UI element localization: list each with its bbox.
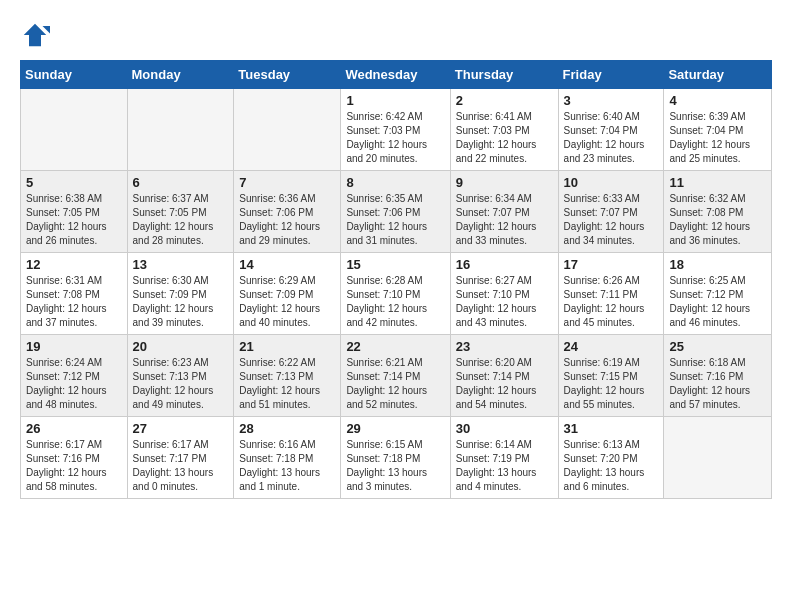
calendar-cell: 6Sunrise: 6:37 AM Sunset: 7:05 PM Daylig… xyxy=(127,171,234,253)
calendar-cell: 5Sunrise: 6:38 AM Sunset: 7:05 PM Daylig… xyxy=(21,171,128,253)
calendar-cell xyxy=(21,89,128,171)
day-number: 9 xyxy=(456,175,553,190)
day-number: 22 xyxy=(346,339,444,354)
day-header-thursday: Thursday xyxy=(450,61,558,89)
day-header-tuesday: Tuesday xyxy=(234,61,341,89)
calendar-week-1: 1Sunrise: 6:42 AM Sunset: 7:03 PM Daylig… xyxy=(21,89,772,171)
calendar-cell: 23Sunrise: 6:20 AM Sunset: 7:14 PM Dayli… xyxy=(450,335,558,417)
day-info: Sunrise: 6:29 AM Sunset: 7:09 PM Dayligh… xyxy=(239,274,335,330)
calendar-cell: 14Sunrise: 6:29 AM Sunset: 7:09 PM Dayli… xyxy=(234,253,341,335)
calendar-cell: 7Sunrise: 6:36 AM Sunset: 7:06 PM Daylig… xyxy=(234,171,341,253)
calendar-cell: 20Sunrise: 6:23 AM Sunset: 7:13 PM Dayli… xyxy=(127,335,234,417)
day-number: 31 xyxy=(564,421,659,436)
calendar-cell: 27Sunrise: 6:17 AM Sunset: 7:17 PM Dayli… xyxy=(127,417,234,499)
day-info: Sunrise: 6:17 AM Sunset: 7:17 PM Dayligh… xyxy=(133,438,229,494)
calendar: SundayMondayTuesdayWednesdayThursdayFrid… xyxy=(20,60,772,499)
calendar-cell: 30Sunrise: 6:14 AM Sunset: 7:19 PM Dayli… xyxy=(450,417,558,499)
calendar-cell: 17Sunrise: 6:26 AM Sunset: 7:11 PM Dayli… xyxy=(558,253,664,335)
day-header-sunday: Sunday xyxy=(21,61,128,89)
calendar-cell: 4Sunrise: 6:39 AM Sunset: 7:04 PM Daylig… xyxy=(664,89,772,171)
calendar-week-2: 5Sunrise: 6:38 AM Sunset: 7:05 PM Daylig… xyxy=(21,171,772,253)
calendar-week-4: 19Sunrise: 6:24 AM Sunset: 7:12 PM Dayli… xyxy=(21,335,772,417)
day-header-wednesday: Wednesday xyxy=(341,61,450,89)
day-info: Sunrise: 6:14 AM Sunset: 7:19 PM Dayligh… xyxy=(456,438,553,494)
day-number: 29 xyxy=(346,421,444,436)
day-info: Sunrise: 6:22 AM Sunset: 7:13 PM Dayligh… xyxy=(239,356,335,412)
calendar-header-row: SundayMondayTuesdayWednesdayThursdayFrid… xyxy=(21,61,772,89)
day-number: 5 xyxy=(26,175,122,190)
day-info: Sunrise: 6:20 AM Sunset: 7:14 PM Dayligh… xyxy=(456,356,553,412)
day-info: Sunrise: 6:32 AM Sunset: 7:08 PM Dayligh… xyxy=(669,192,766,248)
day-number: 17 xyxy=(564,257,659,272)
day-number: 7 xyxy=(239,175,335,190)
day-header-friday: Friday xyxy=(558,61,664,89)
day-info: Sunrise: 6:16 AM Sunset: 7:18 PM Dayligh… xyxy=(239,438,335,494)
calendar-cell: 19Sunrise: 6:24 AM Sunset: 7:12 PM Dayli… xyxy=(21,335,128,417)
calendar-cell: 18Sunrise: 6:25 AM Sunset: 7:12 PM Dayli… xyxy=(664,253,772,335)
day-info: Sunrise: 6:26 AM Sunset: 7:11 PM Dayligh… xyxy=(564,274,659,330)
calendar-cell: 21Sunrise: 6:22 AM Sunset: 7:13 PM Dayli… xyxy=(234,335,341,417)
day-info: Sunrise: 6:28 AM Sunset: 7:10 PM Dayligh… xyxy=(346,274,444,330)
calendar-cell: 9Sunrise: 6:34 AM Sunset: 7:07 PM Daylig… xyxy=(450,171,558,253)
day-number: 28 xyxy=(239,421,335,436)
day-info: Sunrise: 6:33 AM Sunset: 7:07 PM Dayligh… xyxy=(564,192,659,248)
day-number: 19 xyxy=(26,339,122,354)
calendar-cell: 26Sunrise: 6:17 AM Sunset: 7:16 PM Dayli… xyxy=(21,417,128,499)
day-info: Sunrise: 6:15 AM Sunset: 7:18 PM Dayligh… xyxy=(346,438,444,494)
calendar-week-3: 12Sunrise: 6:31 AM Sunset: 7:08 PM Dayli… xyxy=(21,253,772,335)
day-number: 10 xyxy=(564,175,659,190)
day-number: 21 xyxy=(239,339,335,354)
day-number: 3 xyxy=(564,93,659,108)
day-info: Sunrise: 6:41 AM Sunset: 7:03 PM Dayligh… xyxy=(456,110,553,166)
day-number: 6 xyxy=(133,175,229,190)
day-number: 2 xyxy=(456,93,553,108)
calendar-cell xyxy=(127,89,234,171)
day-info: Sunrise: 6:37 AM Sunset: 7:05 PM Dayligh… xyxy=(133,192,229,248)
calendar-cell: 10Sunrise: 6:33 AM Sunset: 7:07 PM Dayli… xyxy=(558,171,664,253)
day-number: 12 xyxy=(26,257,122,272)
calendar-cell: 11Sunrise: 6:32 AM Sunset: 7:08 PM Dayli… xyxy=(664,171,772,253)
calendar-cell: 22Sunrise: 6:21 AM Sunset: 7:14 PM Dayli… xyxy=(341,335,450,417)
calendar-cell: 8Sunrise: 6:35 AM Sunset: 7:06 PM Daylig… xyxy=(341,171,450,253)
day-info: Sunrise: 6:36 AM Sunset: 7:06 PM Dayligh… xyxy=(239,192,335,248)
day-info: Sunrise: 6:27 AM Sunset: 7:10 PM Dayligh… xyxy=(456,274,553,330)
day-number: 1 xyxy=(346,93,444,108)
day-number: 13 xyxy=(133,257,229,272)
calendar-cell: 13Sunrise: 6:30 AM Sunset: 7:09 PM Dayli… xyxy=(127,253,234,335)
day-info: Sunrise: 6:35 AM Sunset: 7:06 PM Dayligh… xyxy=(346,192,444,248)
day-info: Sunrise: 6:39 AM Sunset: 7:04 PM Dayligh… xyxy=(669,110,766,166)
day-number: 23 xyxy=(456,339,553,354)
day-number: 11 xyxy=(669,175,766,190)
calendar-cell xyxy=(664,417,772,499)
calendar-cell: 24Sunrise: 6:19 AM Sunset: 7:15 PM Dayli… xyxy=(558,335,664,417)
calendar-cell: 3Sunrise: 6:40 AM Sunset: 7:04 PM Daylig… xyxy=(558,89,664,171)
day-info: Sunrise: 6:13 AM Sunset: 7:20 PM Dayligh… xyxy=(564,438,659,494)
day-number: 27 xyxy=(133,421,229,436)
day-number: 20 xyxy=(133,339,229,354)
day-info: Sunrise: 6:24 AM Sunset: 7:12 PM Dayligh… xyxy=(26,356,122,412)
logo-icon xyxy=(20,20,50,50)
day-info: Sunrise: 6:23 AM Sunset: 7:13 PM Dayligh… xyxy=(133,356,229,412)
day-info: Sunrise: 6:34 AM Sunset: 7:07 PM Dayligh… xyxy=(456,192,553,248)
day-header-monday: Monday xyxy=(127,61,234,89)
day-header-saturday: Saturday xyxy=(664,61,772,89)
day-number: 4 xyxy=(669,93,766,108)
day-number: 8 xyxy=(346,175,444,190)
calendar-cell: 29Sunrise: 6:15 AM Sunset: 7:18 PM Dayli… xyxy=(341,417,450,499)
day-info: Sunrise: 6:40 AM Sunset: 7:04 PM Dayligh… xyxy=(564,110,659,166)
day-info: Sunrise: 6:30 AM Sunset: 7:09 PM Dayligh… xyxy=(133,274,229,330)
day-info: Sunrise: 6:42 AM Sunset: 7:03 PM Dayligh… xyxy=(346,110,444,166)
day-info: Sunrise: 6:21 AM Sunset: 7:14 PM Dayligh… xyxy=(346,356,444,412)
day-number: 24 xyxy=(564,339,659,354)
day-number: 25 xyxy=(669,339,766,354)
calendar-cell: 16Sunrise: 6:27 AM Sunset: 7:10 PM Dayli… xyxy=(450,253,558,335)
calendar-cell: 15Sunrise: 6:28 AM Sunset: 7:10 PM Dayli… xyxy=(341,253,450,335)
day-info: Sunrise: 6:19 AM Sunset: 7:15 PM Dayligh… xyxy=(564,356,659,412)
calendar-cell xyxy=(234,89,341,171)
calendar-cell: 28Sunrise: 6:16 AM Sunset: 7:18 PM Dayli… xyxy=(234,417,341,499)
calendar-cell: 1Sunrise: 6:42 AM Sunset: 7:03 PM Daylig… xyxy=(341,89,450,171)
logo xyxy=(20,20,54,50)
calendar-cell: 25Sunrise: 6:18 AM Sunset: 7:16 PM Dayli… xyxy=(664,335,772,417)
day-number: 16 xyxy=(456,257,553,272)
day-info: Sunrise: 6:18 AM Sunset: 7:16 PM Dayligh… xyxy=(669,356,766,412)
